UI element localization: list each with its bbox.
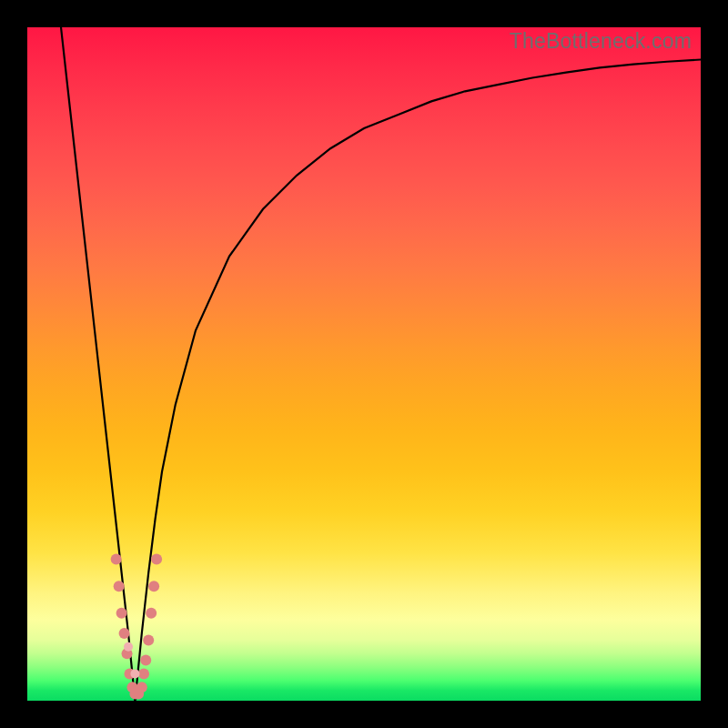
marker-layer [27,27,701,701]
data-marker [136,682,147,693]
data-marker [119,628,130,639]
chart-frame: TheBottleneck.com [0,0,728,728]
data-marker [130,669,139,678]
data-marker [111,554,122,565]
data-marker [114,581,125,592]
data-marker [116,608,127,619]
data-marker [146,608,157,619]
data-marker [138,668,149,679]
data-marker [140,655,151,666]
plot-area: TheBottleneck.com [27,27,701,701]
data-marker [148,581,159,592]
markers-group [111,554,162,700]
data-marker [124,642,133,652]
data-marker [151,554,162,565]
data-marker [143,634,154,645]
